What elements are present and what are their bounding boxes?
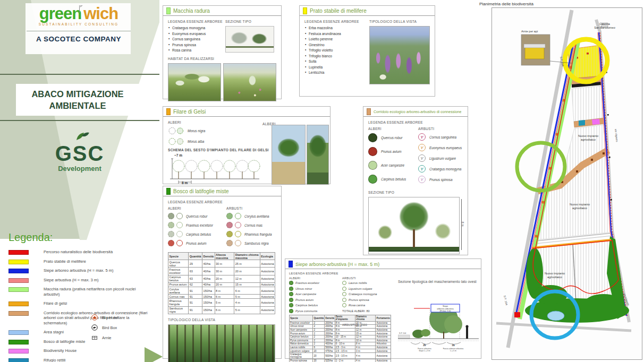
tree-glyph	[368, 175, 377, 184]
tree-glyph-pair	[168, 127, 185, 135]
arrow-decoration	[145, 347, 163, 362]
species-name: Quercus robur	[186, 214, 207, 218]
tree-glyph-outline	[176, 222, 183, 228]
legend-icon-item: Arnie	[91, 334, 155, 341]
table-cell: 200/ha	[325, 339, 335, 342]
table-cell: 2,5 - 3,5 m	[335, 349, 355, 353]
table-cell: 20	[313, 352, 325, 359]
species-name: Prunus avium	[381, 150, 402, 153]
table-row: Pyrus communis2200/ha8 m10 mAutoctona	[290, 339, 391, 342]
table-cell: 200/ha	[325, 328, 335, 332]
shrub-glyph	[342, 287, 346, 291]
species-name: Quercus robur	[381, 136, 402, 140]
field-label-3-line2: agrivoltaico	[547, 275, 562, 279]
table-cell: Cornus mas	[168, 295, 189, 299]
legend-item-label: Prato stabile di mellifere	[44, 259, 150, 264]
socotec-label: A SOCOTEC COMPANY	[27, 31, 131, 43]
panel-title: Filare di Gelsi	[173, 109, 206, 115]
table-cell: 5 m	[234, 306, 260, 314]
list-item: Loietto perenne	[304, 37, 364, 41]
table-cell: Autoctona	[376, 325, 391, 329]
species-item: Sambucus nigra	[226, 240, 272, 246]
shrub-glyph	[226, 213, 233, 219]
arnie-label: Arnie per api	[521, 30, 538, 33]
zone-b-label: 2b	[423, 344, 426, 347]
list-item: Euonymus europaeus	[168, 32, 225, 36]
species-name: Crataegus monogyna	[349, 292, 377, 296]
species-item: Acer campestre	[368, 161, 414, 170]
panel-prato-stabile: Prato stabile di mellifere LEGENDA ESSEN…	[299, 5, 435, 97]
table-header-cell: Portamento	[376, 315, 391, 322]
legend-item: Biodiversity House	[9, 348, 156, 354]
tree-glyph	[289, 298, 293, 302]
table-cell: 10 m	[355, 339, 376, 342]
list-item: Rosa canina	[168, 48, 225, 52]
panel-filare-gelsi: Filare di Gelsi ALBERI Morus nigra Morus…	[163, 106, 331, 184]
shrub-glyph-outline	[235, 231, 241, 237]
table-cell: 8 m	[335, 325, 355, 329]
tree-glyph	[289, 287, 293, 291]
panel-body: LEGENDA ESSENZE ARBOREE ALBERI Quercus r…	[163, 196, 281, 362]
list-item: Trifoglio bianco	[304, 54, 364, 58]
bird-box-marker	[611, 199, 612, 201]
slide-title-line2: AMBIENTALE	[16, 100, 139, 111]
shrub-glyph-outline	[235, 213, 241, 219]
table-header-cell: Diametro chioma massima	[234, 253, 260, 260]
alberi-column: ALBERI Quercus robur Prunus avium Acer c…	[368, 127, 414, 188]
table-cell: 30 m	[215, 268, 234, 275]
list-item: Erba mazzolina	[304, 26, 364, 30]
road-label-vigneto-top: via Vigneto	[614, 128, 619, 142]
table-cell: Prunus avium	[290, 332, 313, 335]
table-row: Acer campestre2200/ha8 m12 mAutoctona	[290, 328, 391, 332]
panel-color-chip	[303, 7, 307, 14]
alberi-column: ALBERI Quercus robur Fraxinus excelsior …	[168, 206, 219, 249]
panel-header: Siepe arboreo-arbustiva (H = max. 5 m)	[285, 259, 481, 269]
table-cell: 475/ha	[325, 349, 335, 353]
section-heading: LEGENDA ESSENZE ARBOREE	[304, 20, 364, 23]
species-name: Prunus spinosa	[349, 298, 369, 301]
table-cell: 40/ha	[202, 282, 215, 287]
alberi-label: ALBERI	[289, 277, 336, 280]
shrub-glyph-outline	[235, 240, 241, 246]
section-heading: LEGENDA ESSENZE ARBOREE	[168, 200, 276, 204]
panel-macchia-radura: Macchia radura LEGENDA ESSENZE ARBOREE C…	[163, 5, 282, 99]
panel-siepe-arboreo-arbustiva: Siepe arboreo-arbustiva (H = max. 5 m) L…	[285, 258, 481, 359]
table-cell: 20 m	[234, 268, 260, 275]
arbusti-label: ARBUSTI	[226, 206, 272, 210]
table-cell: Ligustrum vulgare	[290, 349, 313, 353]
bio-hotel-marker	[535, 235, 537, 237]
vista-photo	[369, 26, 430, 84]
species-item: Fraxinus excelsior	[289, 281, 336, 285]
legend-color-chip	[9, 301, 29, 306]
species-name: Ligustrum vulgare	[349, 287, 372, 290]
road-bottom	[496, 323, 631, 331]
species-table: SpecieQuantitàDensitàAltezza massimaDiam…	[168, 252, 275, 314]
table-cell: 63	[189, 275, 202, 282]
species-item: Rosa canina	[342, 303, 391, 307]
species-legend: LEGENDA ESSENZE ARBOREE Crataegus monogy…	[168, 20, 225, 54]
species-name: Ulmus minor	[295, 287, 312, 290]
tree-glyph	[289, 281, 293, 285]
table-cell: 6 - 10 m	[335, 342, 355, 346]
tree-glyph	[168, 231, 174, 237]
species-name: Rosa canina	[349, 304, 365, 307]
panel-color-chip	[166, 188, 171, 195]
panel-color-chip	[166, 108, 171, 115]
table-cell: 29	[189, 260, 202, 268]
panel-color-chip	[289, 261, 293, 268]
table-cell: 4 m	[355, 359, 376, 362]
legend-color-chip	[9, 250, 29, 255]
shrub-glyph	[342, 292, 346, 296]
list-item: Crataegus monogyna	[168, 26, 225, 30]
height-dimension-label: ~7 m	[174, 153, 182, 157]
zone-a-label: 2a	[452, 344, 455, 347]
shrub-glyph	[226, 222, 233, 228]
legend-color-chip	[9, 269, 29, 273]
table-cell: Rhamnus frangula	[168, 299, 189, 306]
table-cell: 2,5 - 3 m	[335, 346, 355, 349]
table-cell: 8 m	[335, 328, 355, 332]
species-item: Prunus avium	[168, 240, 219, 246]
map-title: Planimetria delle biodiversità	[479, 2, 533, 6]
species-item: Crataegus monogyna	[418, 165, 462, 173]
habitat-photo-2	[223, 63, 276, 101]
